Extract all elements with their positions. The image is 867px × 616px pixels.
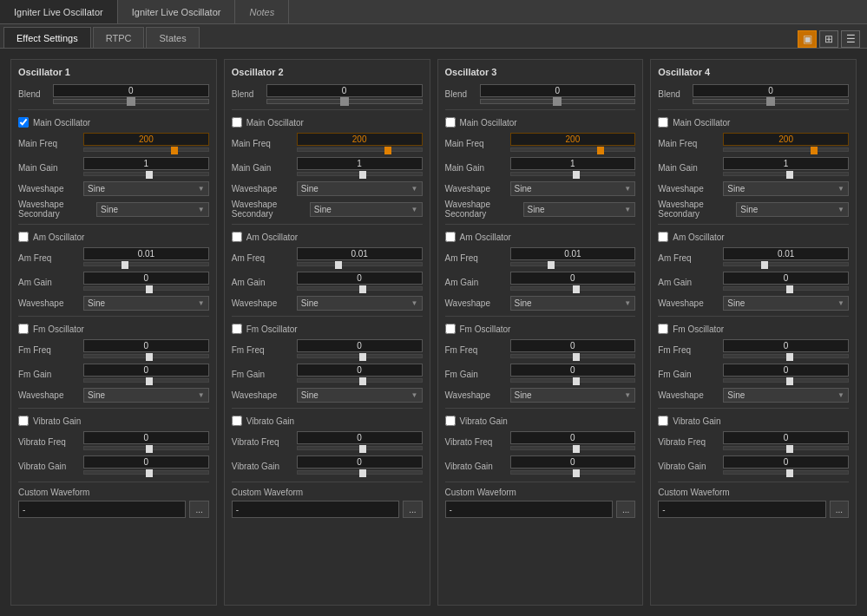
tab-states[interactable]: States bbox=[146, 27, 199, 48]
select-box-am-waveshape-4[interactable]: Sine ▼ bbox=[723, 296, 849, 311]
param-slider-main-gain-3[interactable] bbox=[510, 172, 636, 176]
section-check-main-osc-2[interactable] bbox=[232, 117, 242, 128]
section-check-am-osc-4[interactable] bbox=[658, 232, 668, 242]
param-value-main-freq-2[interactable]: 200 bbox=[297, 133, 423, 146]
param-slider-vibrato-freq-4[interactable] bbox=[723, 446, 849, 450]
param-value-fm-gain-3[interactable]: 0 bbox=[510, 364, 636, 377]
param-slider-vibrato-freq-2[interactable] bbox=[297, 446, 423, 450]
param-slider-fm-freq-3[interactable] bbox=[510, 354, 636, 358]
param-slider-vibrato-freq-1[interactable] bbox=[83, 446, 209, 450]
param-value-am-freq-1[interactable]: 0.01 bbox=[83, 247, 209, 260]
param-slider-am-freq-4[interactable] bbox=[723, 262, 849, 266]
section-check-vibrato-1[interactable] bbox=[18, 416, 29, 426]
param-slider-vibrato-gain-val-4[interactable] bbox=[723, 470, 849, 475]
param-slider-main-gain-1[interactable] bbox=[83, 172, 209, 176]
param-value-fm-gain-1[interactable]: 0 bbox=[83, 364, 209, 377]
browse-btn-4[interactable]: ... bbox=[830, 501, 849, 518]
param-slider-main-freq-4[interactable] bbox=[723, 147, 849, 152]
section-check-main-osc-1[interactable] bbox=[18, 117, 29, 128]
section-check-vibrato-4[interactable] bbox=[658, 416, 668, 426]
select-box-waveshape-secondary-3[interactable]: Sine ▼ bbox=[523, 202, 636, 217]
param-slider-fm-freq-4[interactable] bbox=[723, 354, 849, 358]
section-check-fm-osc-1[interactable] bbox=[18, 324, 29, 334]
select-box-waveshape-2[interactable]: Sine ▼ bbox=[297, 181, 423, 196]
blend-value-4[interactable]: 0 bbox=[693, 84, 849, 97]
param-value-am-gain-4[interactable]: 0 bbox=[723, 272, 849, 285]
custom-waveform-input-4[interactable] bbox=[658, 501, 825, 518]
param-slider-main-gain-4[interactable] bbox=[723, 172, 849, 176]
param-value-vibrato-freq-2[interactable]: 0 bbox=[297, 431, 423, 444]
param-slider-fm-freq-1[interactable] bbox=[83, 354, 209, 358]
select-box-am-waveshape-2[interactable]: Sine ▼ bbox=[297, 296, 423, 311]
param-value-main-freq-1[interactable]: 200 bbox=[83, 133, 209, 146]
param-slider-vibrato-gain-val-3[interactable] bbox=[510, 470, 636, 475]
param-slider-fm-gain-2[interactable] bbox=[297, 378, 423, 383]
param-value-main-freq-3[interactable]: 200 bbox=[510, 133, 636, 146]
param-value-fm-freq-3[interactable]: 0 bbox=[510, 339, 636, 352]
blend-slider-1[interactable] bbox=[53, 99, 209, 104]
select-box-waveshape-secondary-2[interactable]: Sine ▼ bbox=[310, 202, 423, 217]
blend-value-2[interactable]: 0 bbox=[266, 84, 423, 97]
section-check-fm-osc-2[interactable] bbox=[232, 324, 242, 334]
param-value-fm-freq-1[interactable]: 0 bbox=[83, 339, 209, 352]
browse-btn-1[interactable]: ... bbox=[189, 501, 208, 518]
param-value-vibrato-freq-1[interactable]: 0 bbox=[83, 431, 209, 444]
param-slider-fm-gain-3[interactable] bbox=[510, 378, 636, 383]
param-value-vibrato-gain-val-4[interactable]: 0 bbox=[723, 455, 849, 469]
browse-btn-2[interactable]: ... bbox=[403, 501, 422, 518]
param-value-fm-freq-2[interactable]: 0 bbox=[297, 339, 423, 352]
section-check-vibrato-3[interactable] bbox=[445, 416, 456, 426]
param-value-am-gain-1[interactable]: 0 bbox=[83, 272, 209, 285]
param-slider-am-freq-1[interactable] bbox=[83, 262, 209, 266]
select-box-waveshape-4[interactable]: Sine ▼ bbox=[723, 181, 849, 196]
select-box-fm-waveshape-4[interactable]: Sine ▼ bbox=[723, 388, 849, 403]
param-slider-main-freq-1[interactable] bbox=[83, 147, 209, 152]
select-box-waveshape-3[interactable]: Sine ▼ bbox=[510, 181, 636, 196]
view-double-btn[interactable]: ⊞ bbox=[819, 30, 838, 48]
param-slider-vibrato-freq-3[interactable] bbox=[510, 446, 636, 450]
param-value-vibrato-gain-val-1[interactable]: 0 bbox=[83, 455, 209, 469]
view-single-btn[interactable]: ▣ bbox=[798, 30, 817, 48]
param-slider-am-gain-4[interactable] bbox=[723, 286, 849, 291]
param-slider-main-gain-2[interactable] bbox=[297, 172, 423, 176]
param-slider-am-freq-3[interactable] bbox=[510, 262, 636, 266]
custom-waveform-input-1[interactable] bbox=[18, 501, 186, 518]
blend-value-1[interactable]: 0 bbox=[53, 84, 209, 97]
param-value-fm-gain-4[interactable]: 0 bbox=[723, 364, 849, 377]
section-check-main-osc-3[interactable] bbox=[445, 117, 456, 128]
section-check-vibrato-2[interactable] bbox=[232, 416, 242, 426]
select-box-am-waveshape-3[interactable]: Sine ▼ bbox=[510, 296, 636, 311]
param-slider-am-freq-2[interactable] bbox=[297, 262, 423, 266]
select-box-fm-waveshape-1[interactable]: Sine ▼ bbox=[83, 388, 209, 403]
view-list-btn[interactable]: ☰ bbox=[841, 30, 860, 48]
param-value-main-gain-1[interactable]: 1 bbox=[83, 157, 209, 170]
param-slider-main-freq-2[interactable] bbox=[297, 147, 423, 152]
param-value-main-gain-2[interactable]: 1 bbox=[297, 157, 423, 170]
param-value-am-gain-2[interactable]: 0 bbox=[297, 272, 423, 285]
tab-effect-settings[interactable]: Effect Settings bbox=[3, 27, 91, 48]
custom-waveform-input-2[interactable] bbox=[232, 501, 399, 518]
param-value-main-gain-4[interactable]: 1 bbox=[723, 157, 849, 170]
param-slider-vibrato-gain-val-1[interactable] bbox=[83, 470, 209, 475]
param-slider-am-gain-2[interactable] bbox=[297, 286, 423, 291]
param-slider-vibrato-gain-val-2[interactable] bbox=[297, 470, 423, 475]
param-slider-am-gain-3[interactable] bbox=[510, 286, 636, 291]
param-value-am-gain-3[interactable]: 0 bbox=[510, 272, 636, 285]
tab-rtpc[interactable]: RTPC bbox=[93, 27, 145, 48]
param-value-vibrato-freq-3[interactable]: 0 bbox=[510, 431, 636, 444]
blend-slider-2[interactable] bbox=[266, 99, 423, 104]
select-box-am-waveshape-1[interactable]: Sine ▼ bbox=[83, 296, 209, 311]
title-tab-1[interactable]: Igniter Live Oscillator bbox=[0, 0, 118, 23]
select-box-waveshape-secondary-1[interactable]: Sine ▼ bbox=[96, 202, 209, 217]
custom-waveform-input-3[interactable] bbox=[445, 501, 613, 518]
browse-btn-3[interactable]: ... bbox=[616, 501, 635, 518]
select-box-fm-waveshape-2[interactable]: Sine ▼ bbox=[297, 388, 423, 403]
section-check-am-osc-2[interactable] bbox=[232, 232, 242, 242]
select-box-waveshape-1[interactable]: Sine ▼ bbox=[83, 181, 209, 196]
param-value-am-freq-3[interactable]: 0.01 bbox=[510, 247, 636, 260]
param-value-am-freq-4[interactable]: 0.01 bbox=[723, 247, 849, 260]
param-slider-fm-gain-4[interactable] bbox=[723, 378, 849, 383]
section-check-main-osc-4[interactable] bbox=[658, 117, 668, 128]
title-tab-notes[interactable]: Notes bbox=[235, 0, 289, 23]
select-box-fm-waveshape-3[interactable]: Sine ▼ bbox=[510, 388, 636, 403]
